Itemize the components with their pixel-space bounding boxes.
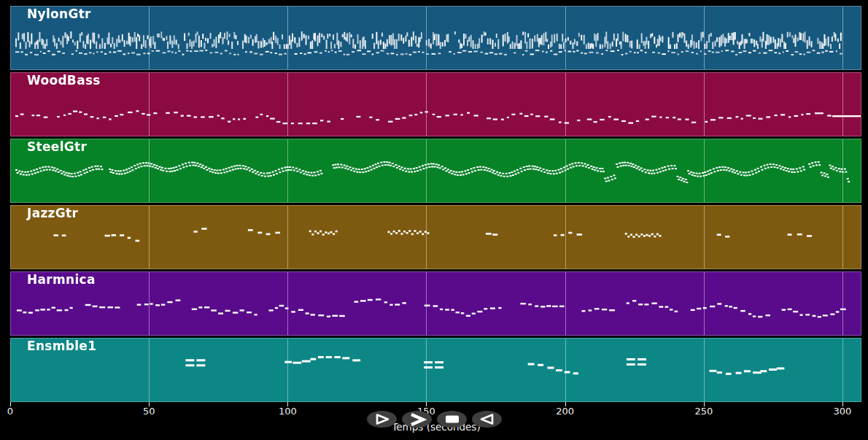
- track-row: NylonGtr: [10, 6, 861, 70]
- midi-player-app: NylonGtr WoodBass SteelGtr JazzGtr Harmn…: [0, 0, 868, 440]
- track-label: Harmnica: [27, 272, 96, 287]
- track-label: Ensmble1: [27, 339, 96, 353]
- piano-roll-canvas: [11, 339, 861, 401]
- x-tick-label: 200: [556, 406, 574, 417]
- x-tick-label: 0: [7, 406, 13, 417]
- track-list: NylonGtr WoodBass SteelGtr JazzGtr Harmn…: [10, 6, 861, 402]
- piano-roll-canvas: [11, 272, 861, 335]
- forward-button[interactable]: [402, 411, 432, 428]
- stop-icon: [443, 414, 461, 425]
- rewind-button[interactable]: [472, 411, 502, 428]
- play-icon: [373, 413, 392, 425]
- piano-roll-canvas: [11, 7, 861, 69]
- x-tick-label: 300: [834, 406, 852, 417]
- forward-icon: [408, 413, 427, 426]
- piano-roll-canvas: [11, 73, 861, 136]
- track-row: WoodBass: [10, 72, 861, 136]
- x-tick-label: 250: [694, 406, 713, 417]
- track-row: Ensmble1: [10, 338, 861, 402]
- track-label: SteelGtr: [27, 139, 87, 154]
- x-tick-label: 100: [279, 406, 297, 417]
- x-tick-label: 50: [143, 406, 155, 417]
- stop-button[interactable]: [437, 411, 467, 428]
- track-row: JazzGtr: [10, 205, 861, 269]
- play-button[interactable]: [367, 411, 397, 428]
- track-label: JazzGtr: [27, 206, 78, 220]
- track-row: Harmnica: [10, 271, 861, 336]
- rewind-icon: [478, 413, 497, 425]
- piano-roll-canvas: [11, 206, 861, 269]
- track-label: WoodBass: [27, 73, 101, 88]
- track-row: SteelGtr: [10, 139, 861, 203]
- piano-roll-canvas: [11, 139, 861, 202]
- track-label: NylonGtr: [27, 7, 91, 21]
